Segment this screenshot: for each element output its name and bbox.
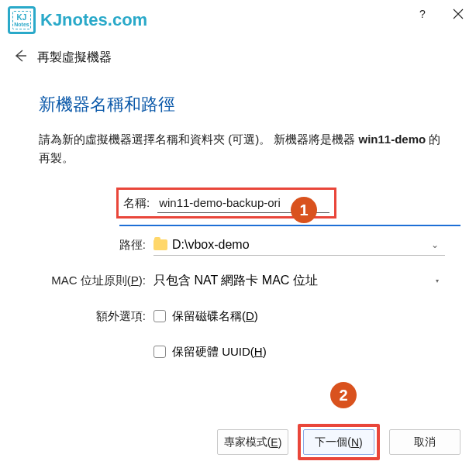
mac-policy-label: MAC 位址原則(P): [39,274,153,288]
name-label: 名稱: [123,196,157,211]
path-row: 路徑: D:\vbox-demo ⌄ [39,231,445,259]
keep-hw-checkbox[interactable] [153,346,166,358]
mac-policy-row: MAC 位址原則(P): 只包含 NAT 網路卡 MAC 位址 ▾ [39,267,445,294]
dialog-content: 新機器名稱和路徑 請為新的虛擬機器選擇名稱和資料夾 (可選)。 新機器將是機器 … [0,93,476,366]
cancel-button[interactable]: 取消 [389,429,460,455]
desc-machine-name: win11-demo [359,132,426,146]
path-dropdown[interactable]: D:\vbox-demo ⌄ [153,235,445,256]
dropdown-arrow-icon: ▾ [436,277,445,284]
watermark-logo: KJ Notes [8,6,36,34]
close-icon [453,9,464,19]
desc-prefix: 請為新的虛擬機器選擇名稱和資料夾 (可選)。 新機器將是機器 [39,132,359,146]
annotation-badge-1: 1 [291,197,317,223]
dialog-header: 再製虛擬機器 [0,31,476,74]
page-description: 請為新的虛擬機器選擇名稱和資料夾 (可選)。 新機器將是機器 win11-dem… [39,130,445,167]
chevron-down-icon: ⌄ [431,239,445,250]
keep-disk-names-option[interactable]: 保留磁碟名稱(D) [153,306,445,327]
keep-hw-label: 保留硬體 UUID(H) [172,345,267,360]
close-button[interactable] [440,2,476,26]
path-label: 路徑: [39,238,153,253]
watermark-text: KJnotes.com [40,10,147,30]
annotation-badge-2: 2 [330,382,357,408]
back-arrow-icon [12,48,28,64]
dialog-title: 再製虛擬機器 [37,50,112,66]
mac-policy-dropdown[interactable]: 只包含 NAT 網路卡 MAC 位址 ▾ [153,270,445,292]
keep-hw-uuid-row: 保留硬體 UUID(H) [39,338,445,366]
help-button[interactable]: ? [405,2,440,26]
folder-icon [153,239,167,250]
keep-hw-uuid-option[interactable]: 保留硬體 UUID(H) [153,342,445,363]
watermark-logo-top: KJ [17,14,27,22]
path-value: D:\vbox-demo [172,238,250,252]
watermark-logo-bottom: Notes [14,22,29,27]
name-underline [119,225,460,226]
extra-options-row: 額外選項: 保留磁碟名稱(D) [39,302,445,330]
next-button-highlight: 下一個(N) [298,424,380,460]
extra-options-label: 額外選項: [39,309,153,324]
dialog-footer: 專家模式(E) 下一個(N) 取消 [217,424,460,460]
watermark: KJ Notes KJnotes.com [8,6,147,34]
next-button[interactable]: 下一個(N) [303,429,374,455]
keep-disk-checkbox[interactable] [153,310,166,322]
mac-policy-value: 只包含 NAT 網路卡 MAC 位址 [153,273,318,289]
expert-mode-button[interactable]: 專家模式(E) [217,429,288,455]
help-icon: ? [419,8,426,20]
page-title: 新機器名稱和路徑 [39,93,445,116]
keep-disk-label: 保留磁碟名稱(D) [172,309,258,324]
back-button[interactable] [12,48,28,67]
